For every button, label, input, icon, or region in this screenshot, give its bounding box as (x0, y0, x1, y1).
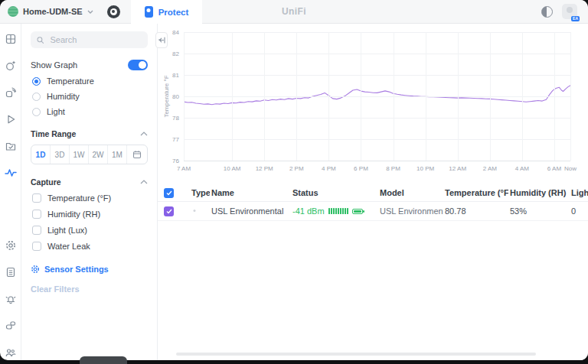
sensor-humidity: 53% (508, 206, 570, 216)
chevron-up-icon[interactable] (140, 180, 148, 184)
time-range-1m[interactable]: 1M (107, 145, 126, 164)
radio-unselected-icon[interactable] (32, 108, 41, 116)
x-tick-label: 7 AM (177, 165, 191, 172)
sensor-model: USL Environmental (378, 206, 443, 216)
time-range-1d[interactable]: 1D (31, 145, 50, 164)
y-tick-label: 82 (159, 50, 179, 57)
capture-option-temperature-f-[interactable]: Temperature (°F) (31, 193, 148, 203)
radio-label: Temperature (47, 76, 94, 86)
sensor-row[interactable]: USL Environmental -41 dBm USL Environmen… (158, 202, 588, 221)
time-range-3d[interactable]: 3D (50, 145, 69, 164)
checkbox-unchecked-icon[interactable] (32, 193, 41, 203)
early-access-badge: EA (571, 16, 580, 21)
system-log-icon[interactable] (5, 266, 17, 278)
radio-option-light[interactable]: Light (31, 107, 148, 116)
search-input[interactable] (48, 34, 142, 45)
sensor-light: 0 (570, 206, 588, 216)
x-tick-label: 2 PM (289, 165, 304, 172)
gridline-v (264, 32, 265, 161)
capture-option-light-lux-[interactable]: Light (Lux) (31, 226, 148, 235)
gridline-v (296, 32, 297, 161)
gridline-h (184, 32, 570, 33)
admins-icon[interactable] (5, 346, 17, 359)
col-model[interactable]: Model (378, 188, 443, 197)
show-graph-toggle[interactable] (128, 60, 148, 70)
chevron-up-icon[interactable] (140, 132, 148, 136)
time-range-1w[interactable]: 1W (69, 145, 88, 164)
gridline-h (184, 54, 570, 54)
radio-selected-icon[interactable] (32, 77, 41, 86)
signal-bar (338, 208, 339, 214)
y-tick-label: 77 (159, 136, 179, 143)
checkbox-unchecked-icon[interactable] (32, 226, 41, 235)
checkbox-unchecked-icon[interactable] (32, 210, 41, 219)
col-type[interactable]: Type (190, 188, 210, 197)
radio-option-humidity[interactable]: Humidity (31, 92, 148, 101)
col-humidity[interactable]: Humidity (RH) (508, 188, 570, 197)
horizontal-scrollbar[interactable] (176, 353, 536, 356)
col-temperature[interactable]: Temperature (°F) (443, 188, 508, 197)
capture-option-humidity-rh-[interactable]: Humidity (RH) (31, 210, 148, 219)
console-switcher[interactable]: Home-UDM-SE (0, 0, 100, 23)
collapse-sidebar-icon (158, 37, 165, 44)
search-icon (37, 36, 44, 44)
sensor-temperature: 80.78 (443, 206, 508, 216)
sensor-graph[interactable]: Temperature °F 848281807877767 AM10 AM12… (158, 24, 588, 201)
capture-options: Temperature (°F)Humidity (RH)Light (Lux)… (31, 193, 148, 251)
search-box[interactable] (31, 31, 148, 48)
settings-gear-icon[interactable] (5, 239, 17, 252)
tab-protect-label: Protect (158, 8, 189, 17)
gear-icon (31, 265, 40, 274)
col-status[interactable]: Status (291, 188, 378, 197)
avatar[interactable]: EA (562, 4, 577, 19)
sensor-settings-label: Sensor Settings (44, 265, 109, 274)
signal-bar (342, 208, 344, 214)
checkbox-unchecked-icon[interactable] (32, 242, 41, 251)
capture-option-water-leak[interactable]: Water Leak (31, 242, 148, 251)
top-bar: Home-UDM-SE Protect UniFi EA (0, 0, 588, 24)
gridline-h (184, 139, 570, 140)
time-range-options: 1D3D1W2W1M (31, 145, 126, 164)
signal-bar (333, 208, 335, 214)
x-tick-label: 10 PM (416, 165, 434, 172)
sensor-settings-link[interactable]: Sensor Settings (31, 265, 148, 274)
gridline-h (184, 118, 570, 119)
unifi-os-icon[interactable] (107, 5, 120, 18)
x-tick-label: 8 PM (386, 165, 400, 172)
checkmark-icon (166, 190, 172, 196)
row-checkbox[interactable] (164, 206, 174, 216)
x-tick-label: 6 AM (547, 165, 561, 172)
gridline-v (490, 32, 491, 161)
gridline-h (184, 161, 570, 161)
col-light[interactable]: Light (570, 188, 588, 197)
playback-icon[interactable] (5, 113, 17, 125)
clear-filters-link[interactable]: Clear Filters (31, 284, 148, 294)
radio-label: Humidity (47, 92, 80, 101)
cameras-icon[interactable] (5, 60, 17, 72)
collapse-sidebar-button[interactable] (155, 32, 168, 48)
select-all-checkbox[interactable] (164, 188, 174, 198)
smart-detections-icon[interactable] (5, 86, 17, 99)
chart-plot[interactable] (184, 32, 570, 161)
tab-protect[interactable]: Protect (131, 0, 203, 24)
background-dock-item (80, 356, 127, 364)
gridline-v (426, 32, 426, 161)
x-tick-label: 12 PM (256, 165, 273, 172)
time-range-calendar-button[interactable] (126, 145, 147, 164)
gridline-v (394, 32, 394, 161)
radio-unselected-icon[interactable] (32, 93, 41, 101)
archive-icon[interactable] (5, 140, 17, 152)
col-name[interactable]: Name (210, 188, 291, 197)
notifications-bell-icon[interactable] (5, 293, 17, 305)
theme-toggle-icon[interactable] (541, 6, 553, 18)
activity-graph-icon[interactable] (5, 167, 17, 179)
signal-bars (328, 208, 348, 214)
capture-label: Water Leak (47, 242, 90, 251)
dashboard-icon[interactable] (5, 33, 17, 45)
x-tick-label: 6 PM (354, 165, 368, 172)
radio-option-temperature[interactable]: Temperature (31, 76, 148, 86)
feedback-icon[interactable] (5, 320, 17, 332)
gridline-h (184, 75, 570, 76)
time-range-2w[interactable]: 2W (88, 145, 107, 164)
gridline-v (361, 32, 361, 161)
